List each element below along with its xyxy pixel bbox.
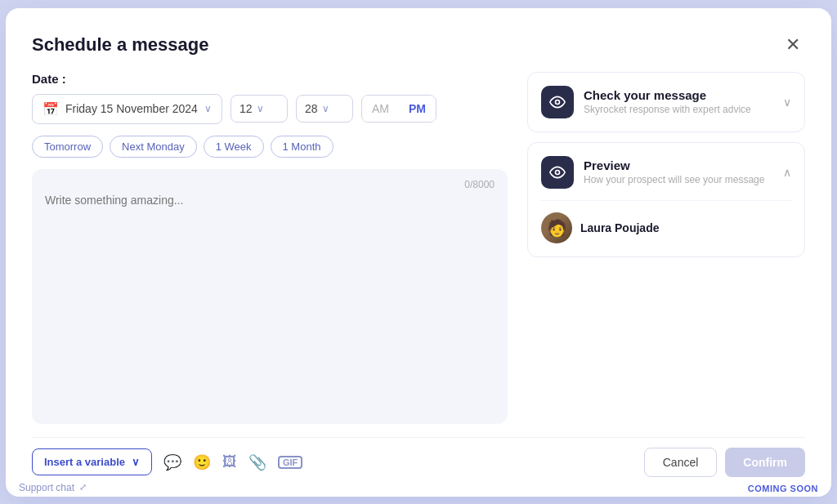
avatar: 🧑 xyxy=(541,212,572,243)
confirm-button[interactable]: Confirm xyxy=(725,448,805,477)
svg-point-1 xyxy=(556,170,560,174)
modal-body: Date : 📅 Friday 15 November 2024 ∨ 12 ∨ … xyxy=(32,72,805,424)
cancel-button[interactable]: Cancel xyxy=(644,448,718,477)
footer-right: Cancel Confirm xyxy=(644,448,805,477)
message-area-wrapper: 0/8000 xyxy=(32,169,508,424)
preview-text: Preview How your prospect will see your … xyxy=(584,158,773,185)
date-chevron-icon: ∨ xyxy=(204,103,212,114)
am-button[interactable]: AM xyxy=(362,96,399,122)
check-message-text: Check your message Skyrocket response wi… xyxy=(584,88,773,115)
quick-date-1-week[interactable]: 1 Week xyxy=(204,136,264,158)
right-panel: Check your message Skyrocket response wi… xyxy=(527,72,805,424)
gif-badge[interactable]: GIF xyxy=(278,456,302,469)
support-bar: Support chat ⤢ xyxy=(19,482,87,493)
selected-date-text: Friday 15 November 2024 xyxy=(65,102,198,115)
schedule-modal: Schedule a message ✕ Date : 📅 Friday 15 … xyxy=(6,8,831,497)
pm-button[interactable]: PM xyxy=(399,96,436,122)
message-textarea[interactable] xyxy=(45,194,495,414)
preview-content: 🧑 Laura Poujade xyxy=(541,200,791,243)
avatar-name: Laura Poujade xyxy=(580,221,659,234)
char-count: 0/8000 xyxy=(45,179,495,190)
preview-card-header: Preview How your prospect will see your … xyxy=(541,156,791,189)
modal-footer: Insert a variable ∨ 💬 🙂 🖼 📎 GIF Cancel C… xyxy=(32,437,805,477)
check-message-subtitle: Skyrocket response with expert advice xyxy=(584,104,773,115)
check-message-icon xyxy=(541,86,574,118)
insert-variable-button[interactable]: Insert a variable ∨ xyxy=(32,448,152,475)
minute-chevron-icon: ∨ xyxy=(322,103,329,114)
check-message-card: Check your message Skyrocket response wi… xyxy=(527,72,805,132)
date-label: Date : xyxy=(32,72,508,86)
preview-chevron[interactable]: ∧ xyxy=(783,166,791,179)
am-pm-toggle: AM PM xyxy=(361,95,436,123)
image-icon[interactable]: 🖼 xyxy=(222,453,237,471)
modal-title: Schedule a message xyxy=(32,34,208,56)
coming-soon-badge: COMING SOON xyxy=(748,484,818,493)
check-message-title: Check your message xyxy=(584,88,773,102)
modal-overlay: Schedule a message ✕ Date : 📅 Friday 15 … xyxy=(0,0,837,504)
preview-title: Preview xyxy=(584,158,773,172)
left-panel: Date : 📅 Friday 15 November 2024 ∨ 12 ∨ … xyxy=(32,72,508,424)
svg-point-0 xyxy=(556,100,560,104)
calendar-icon: 📅 xyxy=(43,101,59,117)
date-picker[interactable]: 📅 Friday 15 November 2024 ∨ xyxy=(32,94,222,124)
modal-header: Schedule a message ✕ xyxy=(32,34,805,56)
insert-variable-label: Insert a variable xyxy=(44,456,125,468)
date-row: 📅 Friday 15 November 2024 ∨ 12 ∨ 28 ∨ AM xyxy=(32,94,508,124)
emoji-icon[interactable]: 🙂 xyxy=(193,453,211,471)
insert-variable-chevron: ∨ xyxy=(132,456,140,468)
check-message-header: Check your message Skyrocket response wi… xyxy=(541,86,791,118)
hour-select[interactable]: 12 ∨ xyxy=(231,95,288,123)
footer-left: Insert a variable ∨ 💬 🙂 🖼 📎 GIF xyxy=(32,448,302,475)
minute-value: 28 xyxy=(305,102,318,115)
preview-icon xyxy=(541,156,574,189)
close-button[interactable]: ✕ xyxy=(781,34,805,56)
minute-select[interactable]: 28 ∨ xyxy=(296,95,353,123)
attachment-icon[interactable]: 📎 xyxy=(248,453,266,471)
comment-icon[interactable]: 💬 xyxy=(163,453,181,471)
avatar-image: 🧑 xyxy=(541,212,572,243)
check-message-chevron[interactable]: ∨ xyxy=(783,96,791,109)
quick-date-tomorrow[interactable]: Tomorrow xyxy=(32,136,103,158)
preview-subtitle: How your prospect will see your message xyxy=(584,174,773,185)
quick-dates: Tomorrow Next Monday 1 Week 1 Month xyxy=(32,136,508,158)
hour-chevron-icon: ∨ xyxy=(257,103,264,114)
preview-card: Preview How your prospect will see your … xyxy=(527,142,805,257)
quick-date-1-month[interactable]: 1 Month xyxy=(271,136,333,158)
quick-date-next-monday[interactable]: Next Monday xyxy=(110,136,197,158)
hour-value: 12 xyxy=(239,102,253,115)
support-chat-label[interactable]: Support chat xyxy=(19,482,74,493)
toolbar-icons: 💬 🙂 🖼 📎 GIF xyxy=(163,453,302,471)
